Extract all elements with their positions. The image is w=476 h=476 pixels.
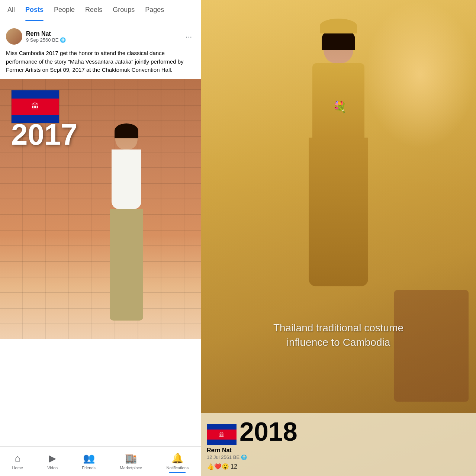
- right-post-date-row: 12 Jul 2561 BE 🌐: [207, 454, 470, 460]
- woman-body: [104, 123, 149, 339]
- nav-marketplace[interactable]: 🏬 Marketplace: [114, 450, 148, 473]
- nav-notifications[interactable]: 🔔 Notifications: [160, 450, 194, 473]
- post-meta: Rern Nat 9 Sep 2560 BE 🌐: [26, 30, 66, 43]
- flag-red-stripe: 🏛: [12, 99, 59, 115]
- right-text-overlay: Thailand traditional costumeinfluence to…: [201, 313, 476, 357]
- post-date-row: 9 Sep 2560 BE 🌐: [26, 37, 66, 43]
- right-bottom-overlay: 🏛 2018 Rern Nat 12 Jul 2561 BE 🌐 👍❤️😮 12: [201, 413, 476, 476]
- year-2017-text: 2017: [11, 120, 77, 149]
- post-header-left: Rern Nat 9 Sep 2560 BE 🌐: [6, 28, 66, 45]
- woman-figure-2018: 💐: [264, 30, 413, 346]
- flag-blue-stripe-top: [12, 90, 59, 99]
- tab-pages[interactable]: Pages: [145, 6, 164, 16]
- right-globe-icon: 🌐: [241, 454, 247, 460]
- overlay-text: Thailand traditional costumeinfluence to…: [208, 321, 469, 350]
- bottom-nav: ⌂ Home ▶ Video 👥 Friends 🏬 Marketplace 🔔…: [0, 446, 201, 476]
- tabs-bar: All Posts People Reels Groups Pages: [0, 0, 201, 22]
- avatar[interactable]: [6, 28, 22, 45]
- tab-groups[interactable]: Groups: [113, 6, 135, 16]
- woman-head: [115, 123, 138, 149]
- gw-top: 💐: [312, 63, 364, 138]
- post-image-container[interactable]: 🏛 2017: [0, 79, 201, 339]
- nav-marketplace-label: Marketplace: [120, 466, 142, 470]
- gw-head: [324, 30, 353, 63]
- nav-video[interactable]: ▶ Video: [41, 450, 64, 473]
- right-image: 💐 Thailand traditional costumeinfluence …: [201, 0, 476, 476]
- gw-headdress: [320, 19, 357, 33]
- post-text: Miss Cambodia 2017 get the honor to atte…: [0, 48, 201, 79]
- reaction-emojis: 👍❤️😮: [207, 463, 229, 470]
- reactions-row: 👍❤️😮 12: [207, 463, 470, 470]
- angkor-small-icon: 🏛: [219, 432, 224, 438]
- right-post-date: 12 Jul 2561 BE: [207, 454, 239, 460]
- woman-hair: [115, 123, 138, 138]
- woman-figure-2017: [89, 116, 164, 339]
- right-flag-year: 🏛 2018: [207, 419, 470, 445]
- cambodia-flag-small: 🏛: [207, 424, 237, 445]
- post-date: 9 Sep 2560 BE: [26, 37, 58, 43]
- nav-video-label: Video: [47, 466, 58, 470]
- home-icon: ⌂: [15, 453, 20, 464]
- notifications-icon: 🔔: [171, 453, 183, 464]
- nav-friends-label: Friends: [82, 466, 96, 470]
- flag-small-blue-bot: [207, 440, 237, 445]
- tab-reels[interactable]: Reels: [85, 6, 102, 16]
- nav-notifications-label: Notifications: [166, 466, 189, 470]
- left-panel: All Posts People Reels Groups Pages Rern…: [0, 0, 201, 476]
- post-image-2017: 🏛 2017: [0, 79, 201, 339]
- reaction-count: 12: [231, 463, 237, 470]
- right-panel: 💐 Thailand traditional costumeinfluence …: [201, 0, 476, 476]
- flag-small-blue-top: [207, 424, 237, 430]
- post-author: Rern Nat: [26, 30, 66, 37]
- post-header: Rern Nat 9 Sep 2560 BE 🌐 ···: [0, 22, 201, 48]
- friends-icon: 👥: [83, 453, 95, 464]
- tab-posts[interactable]: Posts: [25, 6, 44, 16]
- tab-people[interactable]: People: [54, 6, 75, 16]
- video-icon: ▶: [49, 453, 56, 464]
- avatar-image: [6, 28, 22, 45]
- flag-year-overlay: 🏛 2017: [11, 90, 77, 149]
- flag-small-red-mid: 🏛: [207, 430, 237, 440]
- gw-flowers: 💐: [333, 100, 347, 113]
- nav-home[interactable]: ⌂ Home: [6, 450, 29, 473]
- year-2018-text: 2018: [239, 419, 298, 445]
- right-post-author: Rern Nat: [207, 447, 470, 454]
- tab-all[interactable]: All: [7, 6, 15, 16]
- gw-skirt: [309, 138, 368, 286]
- marketplace-icon: 🏬: [125, 453, 137, 464]
- nav-active-indicator: [169, 472, 186, 473]
- post-card: Rern Nat 9 Sep 2560 BE 🌐 ··· Miss Cambod…: [0, 22, 201, 446]
- woman-skirt: [110, 209, 143, 321]
- more-options-button[interactable]: ···: [183, 31, 195, 42]
- nav-home-label: Home: [12, 466, 23, 470]
- angkor-wat-icon: 🏛: [31, 103, 39, 111]
- globe-icon: 🌐: [60, 37, 66, 43]
- woman-top: [112, 149, 141, 209]
- nav-friends[interactable]: 👥 Friends: [76, 450, 102, 473]
